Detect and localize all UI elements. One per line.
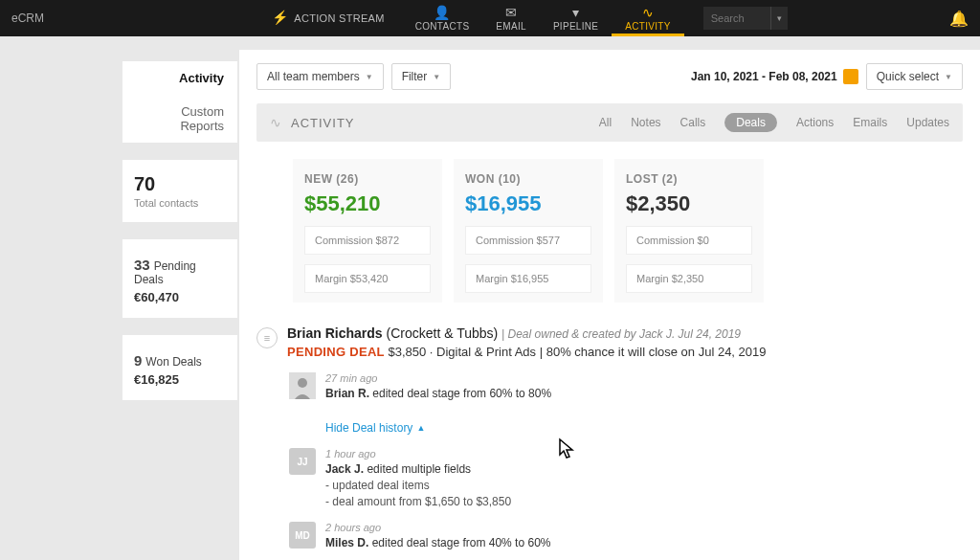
deal-card[interactable]: WON (10)$16,955Commission $577Margin $16… <box>454 159 603 302</box>
funnel-icon: ▾ <box>572 6 579 19</box>
sidebar: Activity Custom Reports 70 Total contact… <box>0 36 239 560</box>
pill-deals[interactable]: Deals <box>724 113 777 132</box>
person-icon: 👤 <box>434 6 450 19</box>
search-dropdown[interactable]: ▾ <box>770 7 788 30</box>
feed-title: Brian Richards (Crockett & Tubbs) | Deal… <box>287 325 767 341</box>
search-input[interactable] <box>703 7 770 30</box>
feed-entry: JJ1 hour agoJack J. edited multiple fiel… <box>289 448 963 508</box>
main: All team members▼ Filter▼ Jan 10, 2021 -… <box>239 50 980 560</box>
sidebar-tabs: Activity Custom Reports <box>122 61 237 143</box>
filter-button[interactable]: Filter▼ <box>391 63 452 90</box>
toolbar: All team members▼ Filter▼ Jan 10, 2021 -… <box>256 63 963 90</box>
pulse-icon: ∿ <box>642 6 654 19</box>
search: ▾ <box>703 7 788 30</box>
feed-entry: MD2 hours agoMiles D. edited deal stage … <box>289 522 963 549</box>
team-selector[interactable]: All team members▼ <box>256 63 384 90</box>
nav-activity[interactable]: ∿ ACTIVITY <box>612 0 683 36</box>
pill-notes[interactable]: Notes <box>631 116 660 129</box>
pill-actions[interactable]: Actions <box>796 116 834 129</box>
date-range[interactable]: Jan 10, 2021 - Feb 08, 2021 <box>691 69 858 84</box>
svg-point-1 <box>298 378 307 388</box>
topbar: eCRM ⚡ ACTION STREAM 👤 CONTACTS ✉ EMAIL … <box>0 0 980 36</box>
pill-all[interactable]: All <box>599 116 612 129</box>
brand: eCRM <box>11 11 44 25</box>
filter-pills: AllNotesCallsDealsActionsEmailsUpdates <box>599 113 949 132</box>
activity-feed: ≡ Brian Richards (Crockett & Tubbs) | De… <box>256 325 963 560</box>
avatar <box>289 372 316 399</box>
pill-updates[interactable]: Updates <box>906 116 949 129</box>
nav-contacts[interactable]: 👤 CONTACTS <box>402 0 483 36</box>
quick-select[interactable]: Quick select▼ <box>866 63 963 90</box>
feed-status: PENDING DEAL $3,850 · Digital & Print Ad… <box>287 345 767 359</box>
nav-pipeline[interactable]: ▾ PIPELINE <box>540 0 612 36</box>
tab-custom-reports[interactable]: Custom Reports <box>122 95 237 143</box>
feed-bullet-icon: ≡ <box>256 327 278 348</box>
main-nav: ⚡ ACTION STREAM 👤 CONTACTS ✉ EMAIL ▾ PIP… <box>255 0 684 36</box>
deal-cards: NEW (26)$55,210Commission $872Margin $53… <box>293 159 963 302</box>
bell-icon[interactable]: 🔔 <box>949 10 969 28</box>
envelope-icon: ✉ <box>505 6 517 19</box>
pulse-icon: ∿ <box>270 115 281 130</box>
avatar: MD <box>289 522 316 549</box>
tab-activity[interactable]: Activity <box>122 61 237 95</box>
feed-entry: 27 min agoBrian R. edited deal stage fro… <box>289 372 963 400</box>
caret-icon: ▼ <box>366 73 373 81</box>
hide-history-link[interactable]: Hide Deal history ▲ <box>325 421 425 435</box>
caret-icon: ▼ <box>433 73 440 81</box>
calendar-icon <box>843 69 858 84</box>
avatar: JJ <box>289 448 316 475</box>
pill-calls[interactable]: Calls <box>680 116 706 129</box>
stat-won[interactable]: 9Won Deals €16,825 <box>122 335 237 400</box>
stat-pending[interactable]: 33Pending Deals €60,470 <box>122 239 237 318</box>
caret-icon: ▼ <box>945 73 952 81</box>
deal-card[interactable]: NEW (26)$55,210Commission $872Margin $53… <box>293 159 442 302</box>
deal-card[interactable]: LOST (2)$2,350Commission $0Margin $2,350 <box>614 159 764 302</box>
bolt-icon: ⚡ <box>272 11 288 24</box>
nav-email[interactable]: ✉ EMAIL <box>482 0 540 36</box>
stat-contacts[interactable]: 70 Total contacts <box>122 160 237 222</box>
section-header: ∿ ACTIVITY AllNotesCallsDealsActionsEmai… <box>256 103 963 142</box>
pill-emails[interactable]: Emails <box>853 116 887 129</box>
nav-action-stream[interactable]: ⚡ ACTION STREAM <box>255 0 402 36</box>
